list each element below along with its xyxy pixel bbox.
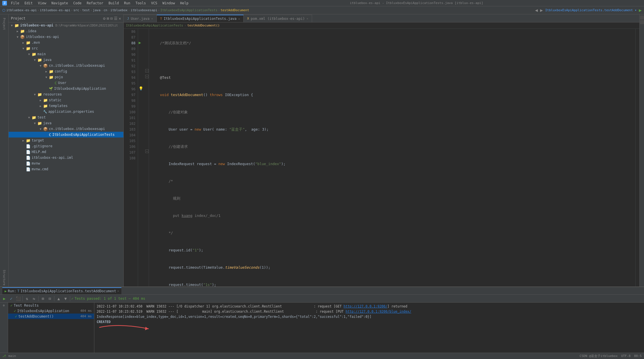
- collapse-btn[interactable]: ⊟: [47, 295, 53, 302]
- tree-target[interactable]: ▶ 📁 target: [9, 138, 123, 143]
- tree-appprops[interactable]: 🔧 application.properties: [9, 109, 123, 114]
- menu-navigate[interactable]: Navigate: [49, 1, 70, 6]
- menu-help[interactable]: Help: [178, 1, 191, 6]
- tab-tests[interactable]: T ItbluxboxEsApiApplicationTests.java ✕: [157, 15, 244, 22]
- sep1: [22, 296, 23, 301]
- tree-test-package[interactable]: ▼ 📦 cn.itbluebox.itbluxboxesapi: [9, 126, 123, 132]
- ec-method[interactable]: testAddDocument(): [187, 24, 220, 27]
- bc-src[interactable]: src: [73, 8, 79, 12]
- lamp-icon[interactable]: 💡: [139, 86, 143, 91]
- project-sidebar: Project ⚙ ⊞ ⊟ ☰ ✕ ▼ 📁 itbluebox-es-api D…: [9, 14, 124, 287]
- menu-code[interactable]: Code: [71, 1, 84, 6]
- status-left: ⎇ main: [2, 354, 16, 358]
- bc-api[interactable]: itbluxboxesapi: [131, 8, 157, 12]
- tree-test[interactable]: ▼ 📁 test: [9, 114, 123, 120]
- menu-tools[interactable]: Tools: [133, 1, 148, 6]
- up-btn[interactable]: ▲: [56, 295, 62, 302]
- menu-file[interactable]: File: [9, 1, 22, 6]
- structure-button[interactable]: Structure: [2, 269, 6, 287]
- tree-helpmd[interactable]: 📄 HELP.md: [9, 149, 123, 155]
- run-structure-btn[interactable]: ⚙: [2, 304, 5, 307]
- stop-btn[interactable]: ⬛: [15, 295, 21, 302]
- expand-btn[interactable]: ⊞: [40, 295, 46, 302]
- fold-94[interactable]: −: [145, 75, 149, 78]
- ec-class[interactable]: ItbluxboxEsApiApplicationTests: [126, 24, 183, 27]
- right-btn-1[interactable]: [640, 16, 644, 20]
- bc-root[interactable]: itbluebox-es-api: [6, 8, 37, 12]
- tree-mvn[interactable]: ▶ 📁 .mvn: [9, 40, 123, 45]
- tree-iml[interactable]: 📄 itbluxbox-es-api.iml: [9, 155, 123, 161]
- nav-run-button[interactable]: ▶: [639, 7, 642, 13]
- tree-module[interactable]: ▼ 📦 itbluxbox-es-api: [9, 34, 123, 40]
- sidebar-collapse-all[interactable]: ⊟: [110, 16, 112, 21]
- tree-static[interactable]: ▶ 📁 static: [9, 97, 123, 103]
- tree-main-java[interactable]: ▼ 📁 java: [9, 57, 123, 63]
- rerun-btn[interactable]: ✓: [8, 295, 14, 302]
- fold-107[interactable]: −: [145, 150, 149, 153]
- down-btn[interactable]: ▼: [62, 295, 69, 302]
- sidebar-settings[interactable]: ☰: [114, 16, 118, 21]
- tab-pom[interactable]: X pom.xml (itbluebox-es-api) ✕: [244, 15, 312, 22]
- tree-idea[interactable]: ▶ 📁 .idea: [9, 28, 123, 34]
- tree-package[interactable]: ▼ 📦 cn.itbluebox.itbluxboxesapi: [9, 63, 123, 68]
- code-content[interactable]: /*测试添加文档*/ @Test void testAddDocument() …: [149, 29, 635, 287]
- tree-mvnwcmd[interactable]: 📄 mvnw.cmd: [9, 166, 123, 172]
- nav-forward[interactable]: ▶: [540, 7, 543, 13]
- fold-93[interactable]: −: [145, 69, 149, 72]
- menu-build[interactable]: Build: [106, 1, 121, 6]
- tree-test-class[interactable]: C ItbluxboxEsApiApplicationTests: [9, 132, 123, 138]
- fold-gutter: − − −: [145, 29, 149, 287]
- project-button[interactable]: Project: [2, 17, 6, 31]
- run-tab[interactable]: ▶ Run: T ItbluxboxEsApiApplicationTests.…: [2, 287, 121, 294]
- tree-mvnw[interactable]: 📄 mvnw: [9, 161, 123, 166]
- tree-app-main[interactable]: 🌱 ItbluxboxEsApiApplication: [9, 86, 123, 91]
- menu-run[interactable]: Run: [122, 1, 133, 6]
- run-icon: ▶: [5, 289, 7, 293]
- test-suite-root[interactable]: ✓ Test Results: [8, 303, 94, 308]
- tab-pom-close[interactable]: ✕: [307, 17, 308, 20]
- tree-templates[interactable]: ▶ 📁 templates: [9, 103, 123, 109]
- tree-root[interactable]: ▼ 📁 itbluebox-es-api D:\ProgramWorkSpace…: [9, 22, 123, 28]
- run-btn[interactable]: ▶: [1, 295, 7, 302]
- tree-main[interactable]: ▼ 📁 main: [9, 51, 123, 57]
- nav-back[interactable]: ◀: [535, 7, 538, 13]
- sidebar-expand-all[interactable]: ⊞: [107, 16, 109, 21]
- bc-method[interactable]: testAddDocument: [221, 8, 249, 12]
- menu-vcs[interactable]: VCS: [149, 1, 160, 6]
- bc-class[interactable]: ItbluxboxEsApiApplicationTests: [160, 8, 217, 12]
- tab-tests-close[interactable]: ✕: [238, 17, 240, 20]
- log-panel: 2022-11-07 10:23:02.450 WARN 15032 --- […: [94, 303, 644, 353]
- test-suite-app[interactable]: ✓ ItbluxboxEsApiApplication 404 ms: [8, 308, 94, 314]
- code-line-93: IndexRequest request = new IndexRequest(…: [151, 161, 633, 167]
- tree-resources[interactable]: ▼ 📁 resources: [9, 91, 123, 97]
- log-url-2[interactable]: http://127.0.0.1:9200/blue_index/: [345, 309, 411, 314]
- tree-gitignore[interactable]: 📄 .gitignore: [9, 143, 123, 149]
- bc-java[interactable]: java: [93, 8, 101, 12]
- tab-user-close[interactable]: ✕: [151, 17, 153, 20]
- log-url-1[interactable]: http://127.0.0.1:9200/: [344, 304, 387, 309]
- bc-it[interactable]: itbluebox: [110, 8, 128, 12]
- run-tab-close[interactable]: ✕: [117, 289, 119, 293]
- menu-view[interactable]: View: [36, 1, 49, 6]
- menu-refactor[interactable]: Refactor: [84, 1, 106, 6]
- menu-window[interactable]: Window: [160, 1, 177, 6]
- sidebar-close[interactable]: ✕: [119, 16, 121, 21]
- test-item-addDoc[interactable]: ✓ testAddDocument() 404 ms: [8, 314, 94, 319]
- nav-run-tab[interactable]: ItbluxboxEsApiApplicationTests.testAddDo…: [545, 8, 637, 12]
- editor-scrollbar[interactable]: [635, 29, 639, 287]
- menu-edit[interactable]: Edit: [22, 1, 35, 6]
- sidebar-gear[interactable]: ⚙: [103, 16, 105, 21]
- bc-module[interactable]: itbluebox-es-api: [40, 8, 70, 12]
- sort-btn[interactable]: ⇅: [24, 295, 30, 302]
- right-btn-2[interactable]: [640, 20, 644, 24]
- bc-cn[interactable]: cn: [104, 8, 107, 12]
- tree-pojo[interactable]: ▼ 📁 pojo: [9, 74, 123, 80]
- tree-test-java[interactable]: ▼ 📁 java: [9, 120, 123, 126]
- status-encoding[interactable]: UTF-8: [621, 354, 630, 358]
- tree-config[interactable]: ▶ 📁 config: [9, 68, 123, 74]
- tree-user[interactable]: C User: [9, 80, 123, 86]
- bc-test[interactable]: test: [82, 8, 90, 12]
- tree-src[interactable]: ▼ 📁 src: [9, 45, 123, 51]
- tab-user[interactable]: J User.java ✕: [124, 15, 157, 22]
- sort2-btn[interactable]: ⇆: [31, 295, 37, 302]
